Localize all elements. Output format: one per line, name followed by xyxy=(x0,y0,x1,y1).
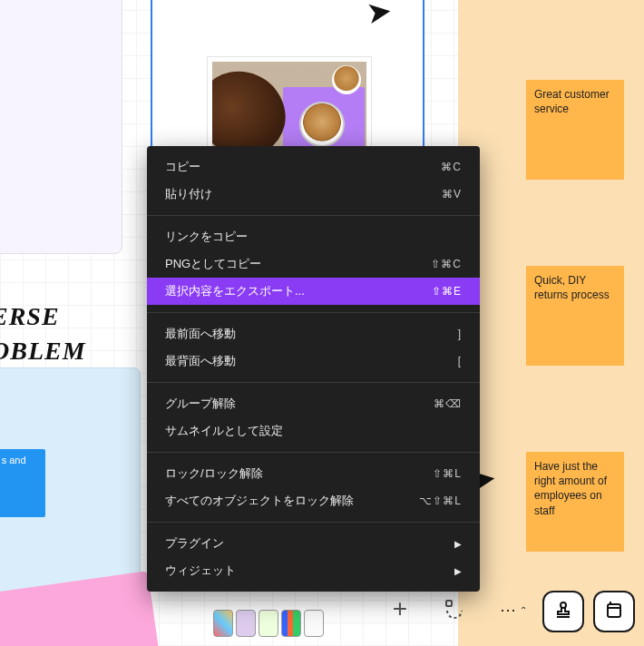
hw-line-2: OBLEM xyxy=(0,334,86,368)
svg-rect-3 xyxy=(608,604,620,617)
menu-separator xyxy=(147,452,480,453)
dots-icon: ⋯ xyxy=(500,600,516,620)
thumbnail[interactable] xyxy=(259,610,278,637)
menu-label: 最背面へ移動 xyxy=(165,353,236,369)
handwritten-text: ERSE OBLEM xyxy=(0,299,86,368)
thumbnail[interactable] xyxy=(236,610,256,637)
menu-label: サムネイルとして設定 xyxy=(165,423,283,439)
menu-set-thumbnail[interactable]: サムネイルとして設定 xyxy=(147,417,480,445)
thumbnail[interactable] xyxy=(281,610,301,637)
add-button[interactable]: + xyxy=(379,588,421,630)
canvas[interactable]: ERSE OBLEM rrent s and ones Great custom… xyxy=(0,0,644,646)
component-icon xyxy=(603,599,625,624)
menu-unlock-all[interactable]: すべてのオブジェクトをロック解除 ⌥⇧⌘L xyxy=(147,487,480,514)
purple-frame[interactable] xyxy=(0,0,122,254)
svg-rect-0 xyxy=(446,601,452,606)
blue-sticky-note[interactable]: rrent s and ones xyxy=(0,449,45,517)
menu-shortcut: ⌘⌫ xyxy=(434,397,462,410)
menu-shortcut: ⌘V xyxy=(442,188,462,201)
menu-label: 最前面へ移動 xyxy=(165,326,236,342)
menu-shortcut: ⌘C xyxy=(441,161,462,173)
menu-shortcut: ⇧⌘E xyxy=(432,285,462,298)
food-bowl xyxy=(299,102,345,147)
menu-export-selection[interactable]: 選択内容をエクスポート... ⇧⌘E xyxy=(147,278,480,305)
menu-label: コピー xyxy=(165,159,200,175)
page-thumbnails[interactable] xyxy=(213,610,324,637)
menu-copy-png[interactable]: PNGとしてコピー ⇧⌘C xyxy=(147,250,480,278)
menu-send-back[interactable]: 最背面へ移動 [ xyxy=(147,347,480,375)
menu-ungroup[interactable]: グループ解除 ⌘⌫ xyxy=(147,390,480,417)
tool-button[interactable] xyxy=(434,588,475,630)
menu-separator xyxy=(147,215,480,216)
menu-label: グループ解除 xyxy=(165,396,236,412)
menu-label: ロック/ロック解除 xyxy=(165,465,263,482)
stamp-button[interactable] xyxy=(542,591,584,632)
more-menu-button[interactable]: ⋯ ⌃ xyxy=(495,592,532,628)
menu-copy-link[interactable]: リンクをコピー xyxy=(147,223,480,250)
hw-line-1: ERSE xyxy=(0,299,86,334)
menu-label: 選択内容をエクスポート... xyxy=(165,283,305,299)
menu-shortcut: [ xyxy=(458,355,462,367)
sticky-note-3[interactable]: Have just the right amount of employees … xyxy=(526,452,624,552)
chevron-up-icon: ⌃ xyxy=(520,605,527,615)
menu-shortcut: ] xyxy=(458,328,462,340)
menu-paste[interactable]: 貼り付け ⌘V xyxy=(147,181,480,208)
chevron-right-icon: ▶ xyxy=(454,539,462,549)
menu-copy[interactable]: コピー ⌘C xyxy=(147,153,480,181)
menu-label: ウィジェット xyxy=(165,563,236,579)
context-menu[interactable]: コピー ⌘C 貼り付け ⌘V リンクをコピー PNGとしてコピー ⇧⌘C 選択内… xyxy=(147,146,480,592)
menu-lock[interactable]: ロック/ロック解除 ⇧⌘L xyxy=(147,460,480,487)
sticky-note-1[interactable]: Great customer service xyxy=(526,80,624,180)
svg-point-1 xyxy=(561,602,566,608)
menu-widgets[interactable]: ウィジェット ▶ xyxy=(147,557,480,584)
menu-label: 貼り付け xyxy=(165,186,212,202)
sticky-note-2[interactable]: Quick, DIY returns process xyxy=(526,266,624,366)
stamp-icon xyxy=(552,599,574,624)
menu-separator xyxy=(147,382,480,383)
menu-separator xyxy=(147,312,480,313)
thumbnail[interactable] xyxy=(304,610,324,637)
menu-label: プラグイン xyxy=(165,535,224,552)
menu-label: PNGとしてコピー xyxy=(165,256,261,272)
menu-shortcut: ⇧⌘L xyxy=(433,467,462,480)
thumbnail[interactable] xyxy=(213,610,233,637)
menu-bring-front[interactable]: 最前面へ移動 ] xyxy=(147,320,480,347)
menu-label: すべてのオブジェクトをロック解除 xyxy=(165,493,354,509)
menu-separator xyxy=(147,522,480,523)
chevron-right-icon: ▶ xyxy=(454,566,462,576)
menu-shortcut: ⌥⇧⌘L xyxy=(419,494,462,507)
component-button[interactable] xyxy=(593,591,635,632)
menu-label: リンクをコピー xyxy=(165,229,248,245)
small-bowl xyxy=(332,65,361,94)
menu-plugins[interactable]: プラグイン ▶ xyxy=(147,530,480,557)
arrow-icon: ➤ xyxy=(366,0,393,29)
menu-shortcut: ⇧⌘C xyxy=(431,258,462,270)
